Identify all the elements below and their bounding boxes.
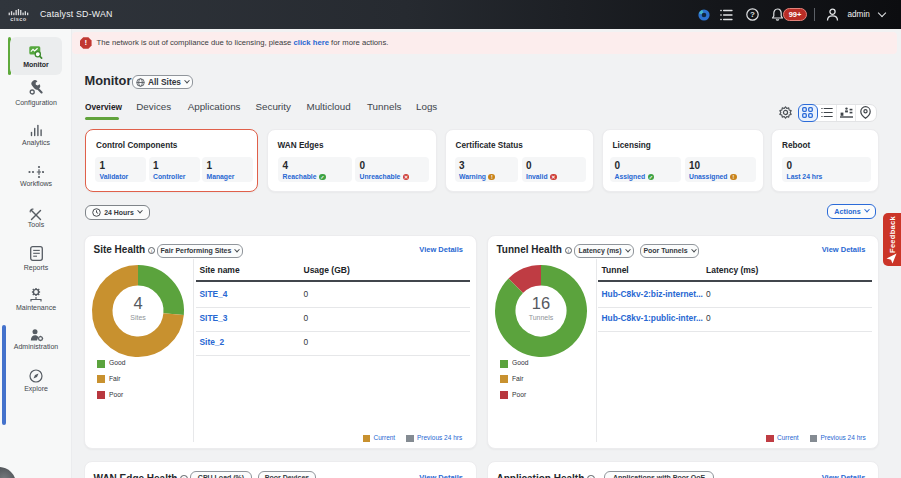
svg-text:cisco: cisco xyxy=(10,15,26,20)
svg-text:?: ? xyxy=(750,10,755,19)
